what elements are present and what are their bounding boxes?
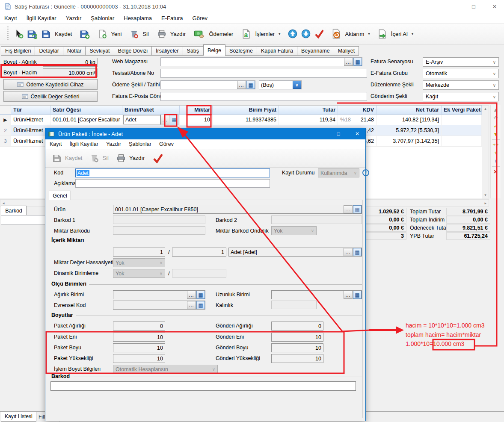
evrensel-kod-field[interactable]: ... ▦ — [113, 301, 205, 310]
tab-kapali-fatura[interactable]: Kapalı Fatura — [257, 46, 297, 56]
col-tur[interactable]: Tür — [11, 106, 50, 114]
undo-icon[interactable]: ↶ — [493, 115, 498, 121]
urun-field[interactable]: 001.01.01 [Casper Excalibur E850] ... ▦ — [113, 205, 362, 214]
tab-detaylar[interactable]: Detaylar — [35, 46, 63, 56]
save-icon[interactable] — [52, 153, 62, 163]
tab-belge-dovizi[interactable]: Belge Dövizi — [114, 46, 152, 56]
tab-genel[interactable]: Genel — [49, 191, 71, 200]
keypad-button[interactable]: ▦ — [353, 248, 362, 256]
dialog-minimize-button[interactable]: — — [311, 128, 325, 139]
grid-vertical-scrollbar[interactable]: ▴ ▾ — [482, 105, 489, 198]
tab-maliyet[interactable]: Maliyet — [334, 46, 359, 56]
dialog-menu-gorev[interactable]: Görev — [159, 141, 174, 147]
barkod-tab[interactable]: Barkod — [1, 206, 27, 215]
col-birim-paket[interactable]: Birim/Paket — [122, 106, 180, 114]
col-satir-ogesi[interactable]: Satır Öğesi — [50, 106, 122, 114]
fatura-eposta-field[interactable] — [160, 92, 367, 101]
keypad-button[interactable]: ▦ — [353, 58, 362, 66]
dialog-menu-sablonlar[interactable]: Şablonlar — [129, 141, 151, 147]
delete-line-icon[interactable]: ✕ — [493, 169, 498, 175]
dialog-menu-kayit[interactable]: Kayıt — [50, 141, 62, 147]
lookup-button[interactable]: ... — [344, 58, 353, 66]
keypad-button[interactable]: ▦ — [170, 115, 178, 125]
dialog-menu-yazdir[interactable]: Yazdır — [106, 141, 121, 147]
delete-button[interactable]: Sil — [102, 155, 108, 161]
keypad-button[interactable]: ▦ — [353, 291, 362, 299]
tab-fis-bilgileri[interactable]: Fiş Bilgileri — [1, 46, 35, 56]
approve-line-icon[interactable]: ✓ — [493, 123, 498, 129]
tesisat-abone-field[interactable] — [160, 69, 367, 78]
close-button[interactable]: ✕ — [485, 0, 504, 13]
approve-icon[interactable] — [314, 29, 324, 38]
dialog-maximize-button[interactable]: □ — [331, 128, 346, 139]
scroll-right-icon[interactable]: ▸ — [484, 201, 486, 205]
save-icon[interactable] — [41, 29, 51, 39]
menu-yazdir[interactable]: Yazdır — [66, 15, 82, 21]
efatura-grubu-select[interactable]: Otomatik ∨ — [423, 69, 499, 78]
nav-down-icon[interactable] — [301, 29, 311, 38]
insert-line-icon[interactable]: + — [494, 158, 497, 164]
menu-efatura[interactable]: E-Fatura — [161, 15, 183, 21]
info-icon[interactable]: i — [362, 169, 369, 176]
keypad-button[interactable]: ▦ — [196, 291, 205, 299]
col-miktar[interactable]: Miktar — [180, 106, 213, 114]
dialog-close-button[interactable]: ✕ — [350, 128, 365, 139]
col-tutar[interactable]: Tutar — [279, 106, 338, 114]
ozellik-deger-setleri-button[interactable]: Özellik Değer Setleri — [3, 91, 98, 102]
keypad-button[interactable]: ▦ — [353, 205, 362, 213]
col-net-tutar[interactable]: Net Tutar — [377, 106, 442, 114]
agirlik-birimi-field[interactable]: ... ▦ — [113, 290, 205, 299]
duzenlenme-sekli-select[interactable]: Merkezde ∨ — [423, 80, 499, 90]
tab-sevkiyat[interactable]: Sevkiyat — [86, 46, 114, 56]
save-refresh-icon[interactable] — [27, 29, 37, 39]
dialog-menu-ilgili-kayitlar[interactable]: İlgili Kayıtlar — [70, 141, 98, 147]
scroll-up-icon[interactable]: ▴ — [484, 106, 486, 111]
tab-satis[interactable]: Satış — [183, 46, 204, 56]
keypad-button[interactable]: ▦ — [246, 81, 255, 89]
uzunluk-birimi-field[interactable]: ... ▦ — [271, 290, 362, 299]
delete-icon[interactable] — [130, 30, 139, 38]
save-button[interactable]: Kaydet — [55, 31, 72, 37]
payments-button[interactable]: Ödemeler — [209, 31, 233, 37]
birim-input[interactable]: Adet — [123, 115, 160, 124]
menu-sablonlar[interactable]: Şablonlar — [91, 15, 114, 21]
import-caret-icon[interactable]: ▾ — [412, 32, 414, 36]
add-record-icon[interactable] — [14, 29, 24, 38]
scroll-down-icon[interactable]: ▾ — [484, 193, 486, 197]
delete-button[interactable]: Sil — [142, 31, 148, 37]
odeme-sekli-field[interactable]: ... ▦ — [160, 80, 255, 89]
delete-icon[interactable] — [90, 153, 99, 162]
print-icon[interactable] — [116, 153, 126, 163]
maximize-button[interactable]: □ — [464, 0, 483, 13]
lookup-button[interactable]: ... — [344, 205, 353, 213]
menu-kayit[interactable]: Kayıt — [4, 15, 17, 21]
new-doc-icon[interactable] — [98, 30, 107, 38]
col-ek-vergi[interactable]: Ek Vergi Paketi — [442, 106, 482, 114]
odeme-tarihi-combo[interactable]: (Boş) ∨ — [259, 80, 302, 89]
web-magazasi-field[interactable]: ... ▦ — [160, 57, 362, 66]
col-birim-fiyat[interactable]: Birim Fiyat — [213, 106, 279, 114]
combo-dropdown-button[interactable]: ∨ — [293, 81, 301, 89]
move-up-icon[interactable]: ▲ — [493, 107, 498, 113]
tab-irsaliyeler[interactable]: İrsaliyeler — [152, 46, 183, 56]
transfer-caret-icon[interactable]: ▾ — [368, 32, 370, 36]
menu-hesaplama[interactable]: Hesaplama — [124, 15, 152, 21]
print-button[interactable]: Yazdır — [129, 155, 145, 161]
lookup-button[interactable]: ... — [160, 115, 169, 125]
lookup-button[interactable]: ... — [237, 81, 246, 89]
tab-kayit-listesi[interactable]: Kayıt Listesi — [1, 412, 36, 422]
fatura-senaryosu-select[interactable]: E-Arşiv ∨ — [423, 57, 499, 67]
icerik-birim-field[interactable]: Adet [Adet] ... ▦ — [228, 248, 362, 257]
lookup-button[interactable]: ... — [187, 301, 196, 309]
kod-input[interactable]: Adet — [75, 168, 270, 177]
tab-notlar[interactable]: Notlar — [63, 46, 86, 56]
nav-up-icon[interactable] — [288, 29, 297, 38]
table-row[interactable]: ▶ Ürün/Hizmet 001.01.01 [Casper Excalibu… — [0, 115, 482, 125]
import-button[interactable]: İçeri Al — [391, 31, 408, 37]
menu-gorev[interactable]: Görev — [193, 15, 208, 21]
transfer-icon[interactable] — [331, 29, 341, 39]
menu-ilgili-kayitlar[interactable]: İlgili Kayıtlar — [27, 15, 56, 21]
tab-beyanname[interactable]: Beyanname — [297, 46, 334, 56]
add-line-icon[interactable]: + — [494, 150, 497, 156]
tab-sozlesme[interactable]: Sözleşme — [225, 46, 257, 56]
